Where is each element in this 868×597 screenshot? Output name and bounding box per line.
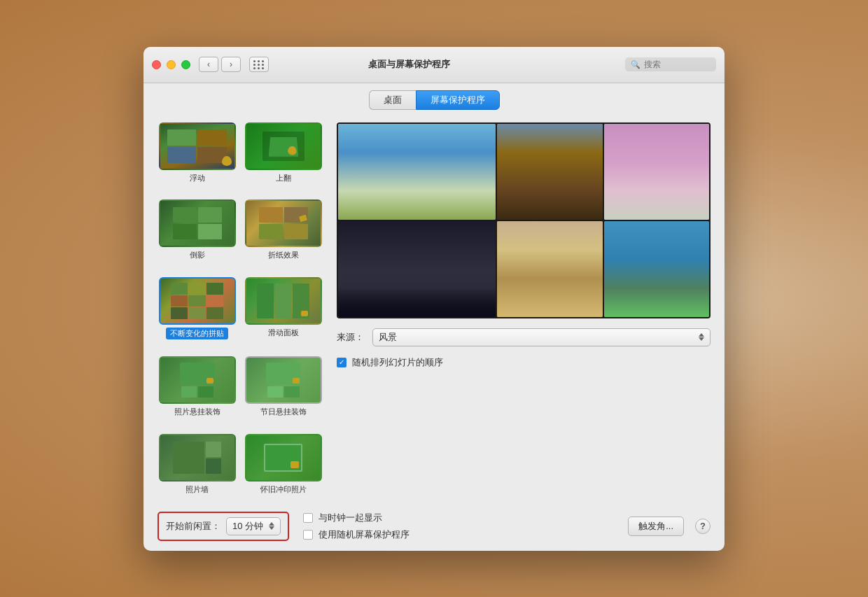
search-icon: 🔍 [631, 60, 640, 69]
thumb-label-holiday-mobile: 节日悬挂装饰 [260, 407, 307, 417]
idle-arrow-up-icon [269, 522, 274, 526]
preview-cell-rock [497, 124, 602, 220]
arrow-up-icon [699, 333, 704, 337]
select-arrows-icon [699, 333, 704, 341]
screensaver-item-sliding[interactable]: 滑动面板 [244, 277, 323, 349]
randomize-row: ✓ 随机排列幻灯片的顺序 [337, 356, 710, 369]
screensaver-item-holiday-mobile[interactable]: 节日悬挂装饰 [244, 356, 323, 427]
minimize-button[interactable] [167, 60, 176, 69]
thumb-photo-mobile [159, 356, 236, 404]
idle-select[interactable]: 10 分钟 [226, 517, 281, 535]
thumb-holiday-mobile [245, 356, 322, 404]
screensaver-item-photo-wall[interactable]: 照片墙 [158, 434, 237, 505]
window-title: 桌面与屏幕保护程序 [193, 58, 625, 71]
idle-arrow-down-icon [269, 526, 274, 530]
help-button[interactable]: ? [695, 519, 710, 534]
preview-cell-lake [338, 124, 496, 220]
preview-cell-sand [497, 221, 602, 317]
thumb-vintage [245, 434, 322, 482]
thumb-shadow [159, 199, 236, 247]
source-value: 风景 [379, 331, 397, 344]
preview-area [337, 122, 710, 318]
preview-cell-ocean [604, 221, 709, 317]
thumb-overlay-photo-mobile [160, 358, 234, 402]
thumb-overlay-photo-wall [160, 435, 234, 480]
thumb-origami [245, 199, 322, 247]
content-area: 浮动 上翻 [144, 115, 724, 505]
preview-cell-city [338, 221, 496, 317]
bottom-bar: 开始前闲置： 10 分钟 与时钟一起显示 使用随机屏幕保护程序 [144, 505, 724, 551]
selected-label: 不断变化的拼贴 [166, 328, 228, 339]
thumb-label-photo-mobile: 照片悬挂装饰 [174, 407, 220, 417]
screensaver-item-flip[interactable]: 上翻 [244, 122, 323, 193]
screensaver-item-floating[interactable]: 浮动 [158, 122, 237, 193]
tab-screensaver[interactable]: 屏幕保护程序 [416, 90, 500, 110]
traffic-lights [152, 60, 190, 69]
thumb-overlay-flip [246, 124, 321, 169]
thumb-mosaic [159, 277, 236, 325]
checkmark-icon: ✓ [339, 359, 344, 366]
left-panel: 浮动 上翻 [158, 122, 326, 505]
source-select[interactable]: 风景 [372, 328, 710, 346]
thumb-label-photo-wall: 照片墙 [186, 484, 209, 495]
thumb-flip [245, 122, 322, 170]
randomize-checkbox[interactable]: ✓ [337, 358, 346, 367]
thumb-grid [167, 129, 227, 163]
clock-label: 与时钟一起显示 [318, 512, 382, 524]
source-row: 来源： 风景 [337, 325, 710, 349]
thumb-label-flip: 上翻 [276, 173, 291, 183]
thumb-photo-wall [159, 434, 236, 482]
preview-cell-pink [604, 124, 709, 220]
thumb-overlay [160, 124, 234, 169]
thumb-sliding [245, 277, 322, 325]
idle-label: 开始前闲置： [166, 520, 220, 533]
idle-section: 开始前闲置： 10 分钟 [158, 512, 289, 541]
screensaver-item-mosaic[interactable]: 不断变化的拼贴 [158, 277, 237, 349]
corner-button[interactable]: 触发角... [628, 517, 684, 536]
thumb-label-vintage: 怀旧冲印照片 [260, 484, 307, 495]
random-screensaver-row: 使用随机屏幕保护程序 [303, 528, 410, 541]
random-screensaver-label: 使用随机屏幕保护程序 [318, 528, 410, 541]
thumb-label-shadow: 倒影 [190, 250, 205, 260]
clock-checkbox[interactable] [303, 513, 313, 523]
thumb-overlay-sliding [246, 279, 321, 323]
tab-bar: 桌面 屏幕保护程序 [144, 83, 724, 115]
search-box[interactable]: 🔍 [625, 57, 716, 71]
arrow-down-icon [699, 337, 704, 341]
screensaver-item-origami[interactable]: 折纸效果 [244, 199, 323, 270]
close-button[interactable] [152, 60, 161, 69]
thumb-overlay-shadow [160, 201, 234, 246]
idle-value: 10 分钟 [232, 520, 263, 533]
source-label: 来源： [337, 331, 364, 344]
screensaver-item-photo-mobile[interactable]: 照片悬挂装饰 [158, 356, 237, 427]
window: ‹ › 桌面与屏幕保护程序 🔍 桌面 屏幕保护程序 [144, 47, 724, 551]
screensaver-grid: 浮动 上翻 [158, 122, 326, 505]
right-panel: 来源： 风景 ✓ 随机排列幻灯片的顺序 [337, 122, 710, 505]
thumb-label: 浮动 [190, 173, 205, 183]
thumb-label-sliding: 滑动面板 [268, 328, 299, 338]
search-input[interactable] [644, 59, 707, 69]
thumb-label-origami: 折纸效果 [268, 250, 299, 260]
random-screensaver-checkbox[interactable] [303, 530, 313, 540]
randomize-label: 随机排列幻灯片的顺序 [352, 356, 443, 369]
titlebar: ‹ › 桌面与屏幕保护程序 🔍 [144, 47, 724, 83]
thumb-overlay-holiday-mobile [246, 358, 321, 402]
thumb-overlay-mosaic [160, 279, 234, 323]
tab-desktop[interactable]: 桌面 [369, 90, 416, 110]
idle-arrows-icon [269, 522, 274, 530]
clock-row: 与时钟一起显示 [303, 512, 410, 524]
screensaver-item-vintage[interactable]: 怀旧冲印照片 [244, 434, 323, 505]
thumb-overlay-vintage [246, 435, 321, 480]
thumb-overlay-origami [246, 201, 321, 246]
right-bottom: 与时钟一起显示 使用随机屏幕保护程序 触发角... ? [303, 512, 710, 541]
bug-icon [222, 156, 232, 166]
thumb-floating [159, 122, 236, 170]
screensaver-item-shadow[interactable]: 倒影 [158, 199, 237, 270]
maximize-button[interactable] [181, 60, 190, 69]
checkbox-group: 与时钟一起显示 使用随机屏幕保护程序 [303, 512, 410, 541]
